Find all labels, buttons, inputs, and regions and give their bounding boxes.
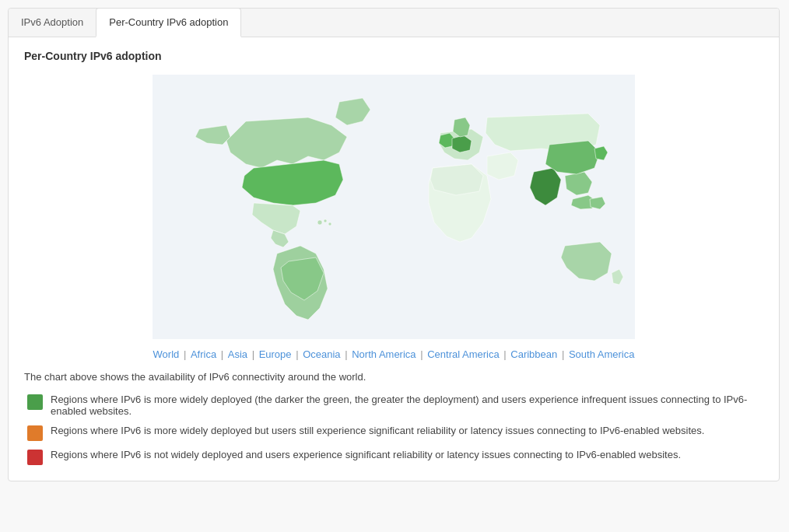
main-container: IPv6 Adoption Per-Country IPv6 adoption … [8,8,780,481]
svg-point-2 [324,219,327,222]
legend-item-orange: Regions where IPv6 is more widely deploy… [27,425,763,441]
link-north-america[interactable]: North America [352,348,416,360]
chart-description: The chart above shows the availability o… [24,371,763,383]
link-central-america[interactable]: Central America [427,348,499,360]
world-map-container [24,75,763,339]
legend-text-green: Regions where IPv6 is more widely deploy… [51,394,763,417]
svg-rect-0 [153,75,635,339]
link-world[interactable]: World [153,348,180,360]
legend-box-red [27,450,43,465]
link-africa[interactable]: Africa [191,348,216,360]
link-asia[interactable]: Asia [228,348,247,360]
legend: Regions where IPv6 is more widely deploy… [24,394,763,465]
legend-box-green [27,394,43,410]
legend-box-orange [27,425,43,441]
content-area: Per-Country IPv6 adoption [9,37,779,481]
legend-text-red: Regions where IPv6 is not widely deploye… [51,449,681,460]
world-map [153,75,635,339]
section-title: Per-Country IPv6 adoption [24,50,763,62]
region-links: World | Africa | Asia | Europe | Oceania… [24,348,763,360]
link-caribbean[interactable]: Caribbean [510,348,557,360]
link-south-america[interactable]: South America [569,348,635,360]
tab-per-country[interactable]: Per-Country IPv6 adoption [96,8,241,37]
tab-ipv6-adoption[interactable]: IPv6 Adoption [9,9,96,37]
tab-bar: IPv6 Adoption Per-Country IPv6 adoption [9,9,779,37]
svg-point-3 [328,222,331,226]
link-oceania[interactable]: Oceania [303,348,340,360]
svg-point-1 [317,220,322,225]
legend-text-orange: Regions where IPv6 is more widely deploy… [51,425,704,436]
link-europe[interactable]: Europe [259,348,292,360]
legend-item-red: Regions where IPv6 is not widely deploye… [27,449,763,465]
legend-item-green: Regions where IPv6 is more widely deploy… [27,394,763,417]
